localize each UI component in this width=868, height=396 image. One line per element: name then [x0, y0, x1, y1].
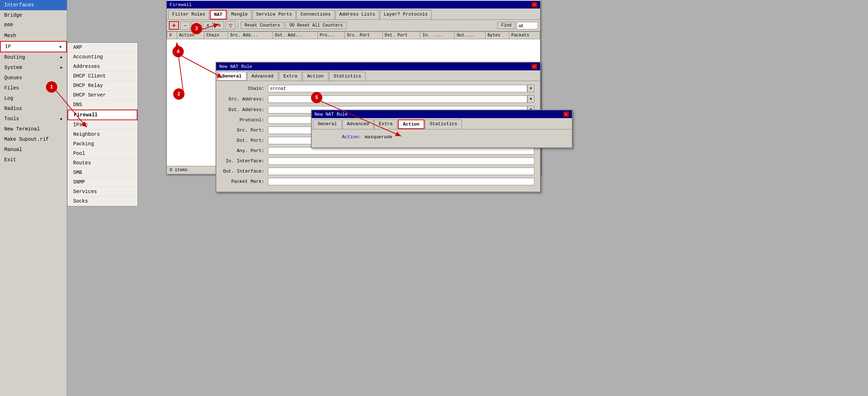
- action-field-value: masquerade: [365, 134, 392, 140]
- sidebar-item-make-supout[interactable]: Make Supout.rif: [0, 134, 67, 145]
- submenu-packing[interactable]: Packing: [68, 139, 137, 149]
- chain-label: Chain:: [222, 86, 268, 91]
- src-address-label: Src. Address:: [222, 97, 268, 102]
- col-chain: Chain: [204, 32, 228, 39]
- annotation-circle-2: 2: [173, 88, 184, 100]
- sidebar-item-radius[interactable]: Radius: [0, 104, 67, 114]
- sidebar-item-routing[interactable]: Routing ▶: [0, 52, 67, 63]
- tab-layer7[interactable]: Layer7 Protocols: [380, 10, 432, 19]
- action-field-label: Action:: [319, 134, 365, 140]
- col-src-addr: Src. Add...: [228, 32, 273, 39]
- submenu-services[interactable]: Services: [68, 187, 137, 197]
- col-pro: Pro...: [317, 32, 345, 39]
- submenu-arp[interactable]: ARP: [68, 43, 137, 52]
- routing-arrow-icon: ▶: [60, 55, 63, 59]
- nat2-tab-statistics[interactable]: Statistics: [425, 120, 462, 129]
- firewall-table: # Action Chain Src. Add... Dst. Add... P…: [167, 31, 540, 39]
- src-address-input[interactable]: [268, 95, 527, 103]
- sidebar-item-exit[interactable]: Exit: [0, 155, 67, 165]
- sidebar-item-bridge[interactable]: Bridge: [0, 10, 67, 21]
- cross-button[interactable]: ✕: [203, 21, 213, 30]
- src-address-row: Src. Address: ▼: [222, 95, 534, 103]
- tab-connections[interactable]: Connections: [297, 10, 335, 19]
- submenu-smb[interactable]: SMB: [68, 168, 137, 177]
- firewall-title: Firewall: [170, 2, 192, 7]
- submenu-dhcp-client[interactable]: DHCP Client: [68, 71, 137, 81]
- nat-tab-extra[interactable]: Extra: [279, 72, 302, 81]
- any-port-input[interactable]: [268, 147, 534, 155]
- nat-rule-close-2[interactable]: ✕: [563, 111, 569, 117]
- sidebar-item-ppp[interactable]: PPP: [0, 21, 67, 31]
- in-interface-row: In. Interface:: [222, 157, 534, 165]
- sidebar-item-system[interactable]: System ▶: [0, 63, 67, 73]
- sidebar-label-bridge: Bridge: [4, 12, 22, 18]
- dst-port-label: Dst. Port:: [222, 138, 268, 143]
- copy-button[interactable]: ⧉: [214, 21, 224, 30]
- submenu-snmp[interactable]: SNMP: [68, 177, 137, 187]
- submenu-dhcp-relay[interactable]: DHCP Relay: [68, 81, 137, 91]
- sidebar-label-exit: Exit: [4, 157, 16, 163]
- submenu-socks[interactable]: Socks: [68, 197, 137, 206]
- sidebar-item-new-terminal[interactable]: New Terminal: [0, 124, 67, 134]
- sidebar-item-queues[interactable]: Queues: [0, 73, 67, 83]
- tab-service-ports[interactable]: Service Ports: [252, 10, 296, 19]
- reset-all-counters-button[interactable]: OO Reset All Counters: [286, 22, 347, 29]
- nat2-tab-general[interactable]: General: [313, 120, 342, 129]
- nat-tab-advanced[interactable]: Advanced: [247, 72, 278, 81]
- submenu-accounting[interactable]: Accounting: [68, 52, 137, 62]
- sidebar-item-interfaces[interactable]: Interfaces: [0, 0, 67, 10]
- nat2-tab-action[interactable]: Action: [398, 120, 424, 129]
- firewall-close-button[interactable]: ✕: [532, 2, 537, 7]
- nat-rule-titlebar-2: New NAT Rule ✕: [312, 110, 572, 118]
- submenu-pool[interactable]: Pool: [68, 149, 137, 158]
- tab-filter-rules[interactable]: Filter Rules: [168, 10, 209, 19]
- src-address-dropdown[interactable]: ▼: [527, 95, 534, 103]
- submenu-ipsec[interactable]: IPsec: [68, 120, 137, 130]
- in-interface-label: In. Interface:: [222, 158, 268, 164]
- submenu-routes[interactable]: Routes: [68, 158, 137, 168]
- chain-dropdown-icon[interactable]: ▼: [527, 85, 534, 92]
- sidebar-item-ip[interactable]: IP ▶: [0, 41, 67, 52]
- nat-tab-statistics[interactable]: Statistics: [329, 72, 366, 81]
- col-dst-addr: Dst. Add...: [272, 32, 317, 39]
- protocol-label: Protocol:: [222, 117, 268, 123]
- nat2-tab-advanced[interactable]: Advanced: [342, 120, 374, 129]
- packet-mark-input[interactable]: [268, 178, 534, 185]
- col-in: In. ....: [420, 32, 454, 39]
- submenu-addresses[interactable]: Addresses: [68, 62, 137, 71]
- tab-mangle[interactable]: Mangle: [227, 10, 252, 19]
- sidebar-label-radius: Radius: [4, 106, 22, 111]
- sidebar-label-ip: IP: [5, 44, 11, 50]
- submenu-dhcp-server[interactable]: DHCP Server: [68, 91, 137, 100]
- out-interface-row: Out. Interface:: [222, 168, 534, 175]
- sidebar-item-manual[interactable]: Manual: [0, 145, 67, 155]
- submenu-dns[interactable]: DNS: [68, 100, 137, 110]
- remove-button[interactable]: −: [180, 21, 190, 30]
- filter-button[interactable]: ▽: [225, 21, 235, 30]
- src-port-label: Src. Port:: [222, 128, 268, 133]
- annotation-circle-5: 5: [311, 92, 322, 103]
- sidebar-label-system: System: [4, 65, 22, 70]
- in-interface-input[interactable]: [268, 157, 534, 165]
- find-button[interactable]: Find: [497, 22, 515, 29]
- submenu-firewall[interactable]: Firewall: [68, 110, 137, 120]
- out-interface-input[interactable]: [268, 168, 534, 175]
- system-arrow-icon: ▶: [60, 65, 63, 70]
- nat-tab-general[interactable]: General: [218, 72, 246, 81]
- chain-input[interactable]: [268, 85, 527, 92]
- reset-counters-button[interactable]: Reset Counters: [241, 22, 284, 29]
- nat-rule-close-1[interactable]: ✕: [532, 64, 537, 69]
- add-button[interactable]: +: [169, 21, 179, 30]
- find-input[interactable]: [517, 22, 538, 29]
- nat-tab-action[interactable]: Action: [303, 72, 328, 81]
- tab-address-lists[interactable]: Address Lists: [335, 10, 379, 19]
- sidebar-item-log[interactable]: Log: [0, 93, 67, 104]
- sidebar-label-new-terminal: New Terminal: [4, 126, 40, 132]
- nat2-tab-extra[interactable]: Extra: [374, 120, 397, 129]
- sidebar-item-tools[interactable]: Tools ▶: [0, 114, 67, 124]
- packet-mark-row: Packet Mark:: [222, 178, 534, 185]
- tab-nat[interactable]: NAT: [210, 10, 227, 19]
- submenu-neighbors[interactable]: Neighbors: [68, 130, 137, 139]
- sidebar-item-mesh[interactable]: Mesh: [0, 31, 67, 41]
- firewall-tabs: Filter Rules NAT Mangle Service Ports Co…: [167, 8, 540, 20]
